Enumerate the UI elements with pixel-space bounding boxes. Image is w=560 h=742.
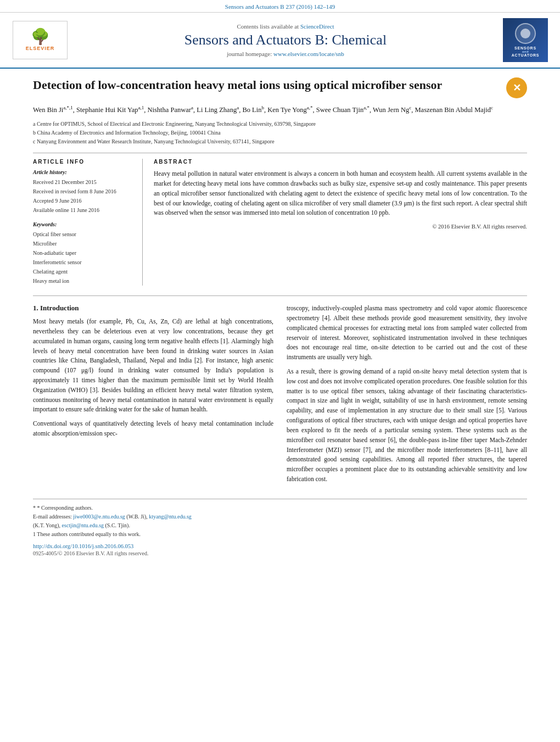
elsevier-tree-icon: 🌳 [31,29,50,44]
keyword-4: Interferometric sensor [33,258,133,267]
corresponding-label: * Corresponding authors. [37,505,93,511]
revised-date: Received in revised form 8 June 2016 [33,187,133,196]
sensors-actuators-logo: SENSORS and ACTUATORS [501,18,550,62]
intro-paragraph-3: troscopy, inductively-coupled plasma mas… [287,304,527,362]
corresponding-authors-note: * * Corresponding authors. [33,504,527,512]
article-info-abstract-section: ARTICLE INFO Article history: Received 2… [33,159,527,286]
page-container: Sensors and Actuators B 237 (2016) 142–1… [0,0,560,742]
affiliation-b: b China Academy of Electronics and Infor… [33,129,527,137]
sensors-logo-circle [515,23,536,44]
doi-link[interactable]: http://dx.doi.org/10.1016/j.snb.2016.06.… [33,543,133,549]
paper-content: Detection of low-concentration heavy met… [0,69,560,567]
sensors-text-1: SENSORS [514,46,536,50]
email-link-2[interactable]: ktyang@ntu.edu.sg [149,514,192,520]
article-history-heading: Article history: [33,169,133,175]
intro-paragraph-1: Most heavy metals (for example, Pb, Cu, … [33,317,273,415]
received-date: Received 21 December 2015 [33,177,133,187]
intro-paragraph-4: As a result, there is growing demand of … [287,367,527,484]
keyword-5: Chelating agent [33,267,133,276]
keyword-1: Optical fiber sensor [33,230,133,239]
elsevier-logo: 🌳 ELSEVIER [10,21,70,59]
abstract-text: Heavy metal pollution in natural water e… [154,169,527,218]
equal-contrib-note: 1 These authors contributed equally to t… [33,530,527,539]
star-icon: * [33,505,37,511]
crossmark-logo: ✕ [506,77,527,98]
sciencedirect-link[interactable]: ScienceDirect [300,23,334,30]
contents-label: Contents lists available at [237,23,299,30]
copyright-line: © 2016 Elsevier B.V. All rights reserved… [154,224,527,230]
affiliation-c: c Nanyang Environment and Water Research… [33,137,527,146]
article-info-col: ARTICLE INFO Article history: Received 2… [33,159,143,286]
email-auth-2: (K.T. Yong), [33,522,60,528]
email-auth-1: (W.B. Ji), [126,514,148,520]
abstract-col: ABSTRACT Heavy metal pollution in natura… [154,159,527,286]
paper-title: Detection of low-concentration heavy met… [33,77,497,93]
journal-title-center: Contents lists available at ScienceDirec… [70,23,501,57]
two-col-body: 1. Introduction Most heavy metals (for e… [33,304,527,489]
issn-line: 0925-4005/© 2016 Elsevier B.V. All right… [33,550,527,556]
email-footnote-2: (K.T. Yong), esctjin@ntu.edu.sg (S.C. Tj… [33,521,527,530]
article-info-heading: ARTICLE INFO [33,159,133,165]
contents-available-line: Contents lists available at ScienceDirec… [70,23,501,30]
homepage-label: journal homepage: [227,51,272,57]
sensors-logo-inner-circle [520,29,530,38]
affiliation-a: a Centre for OPTIMUS, School of Electric… [33,120,527,129]
footnotes-section: * * Corresponding authors. E-mail addres… [33,499,527,556]
email-link-1[interactable]: jiwe0003@e.ntu.edu.sg [73,514,125,520]
authors-text: Wen Bin Jia,*,1, Stephanie Hui Kit Yapa,… [33,106,493,114]
authors-line: Wen Bin Jia,*,1, Stephanie Hui Kit Yapa,… [33,104,527,115]
journal-homepage-line: journal homepage: www.elsevier.com/locat… [70,51,501,57]
section-divider-1 [33,153,527,153]
journal-header: 🌳 ELSEVIER Contents lists available at S… [0,13,560,69]
email-footnote: E-mail addresses: jiwe0003@e.ntu.edu.sg … [33,512,527,521]
introduction-heading: 1. Introduction [33,304,273,313]
journal-name: Sensors and Actuators B: Chemical [70,32,501,48]
paper-title-section: Detection of low-concentration heavy met… [33,77,527,98]
body-divider [33,295,527,296]
abstract-heading: ABSTRACT [154,159,527,165]
elsevier-logo-image: 🌳 ELSEVIER [13,21,68,59]
sensors-logo-box: SENSORS and ACTUATORS [503,18,548,62]
affiliations: a Centre for OPTIMUS, School of Electric… [33,120,527,146]
doi-line: http://dx.doi.org/10.1016/j.snb.2016.06.… [33,543,527,549]
email-label: E-mail addresses: [33,514,72,520]
homepage-url[interactable]: www.elsevier.com/locate/snb [273,51,344,57]
keyword-2: Microfiber [33,239,133,248]
keywords-heading: Keywords: [33,221,133,227]
keyword-6: Heavy metal ion [33,276,133,286]
journal-citation: Sensors and Actuators B 237 (2016) 142–1… [225,3,335,10]
keyword-3: Non-adiabatic taper [33,248,133,258]
available-online-date: Available online 11 June 2016 [33,205,133,215]
crossmark-circle: ✕ [506,77,527,98]
sensors-text-2: ACTUATORS [512,53,540,57]
email-link-3[interactable]: esctjin@ntu.edu.sg [62,522,104,528]
top-bar: Sensors and Actuators B 237 (2016) 142–1… [0,0,560,13]
body-right-col: troscopy, inductively-coupled plasma mas… [287,304,527,489]
elsevier-text: ELSEVIER [26,46,55,51]
accepted-date: Accepted 9 June 2016 [33,196,133,205]
email-auth-3: (S.C. Tjin). [105,522,130,528]
intro-paragraph-2: Conventional ways of quantitatively dete… [33,419,273,439]
body-left-col: 1. Introduction Most heavy metals (for e… [33,304,273,489]
